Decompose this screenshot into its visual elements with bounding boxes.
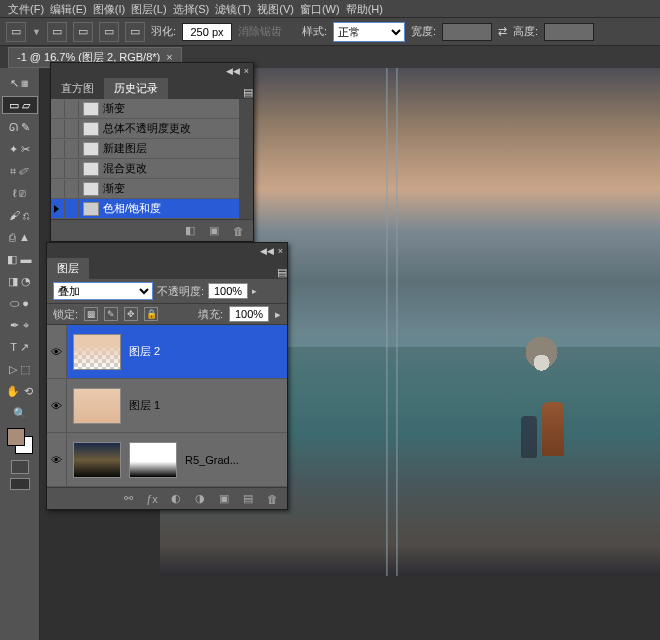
history-item[interactable]: 总体不透明度更改: [51, 119, 239, 139]
width-label: 宽度:: [411, 24, 436, 39]
adjustment-icon[interactable]: ◑: [193, 492, 207, 506]
tool-crop[interactable]: ⌗ ✐: [2, 162, 38, 180]
layer-name[interactable]: 图层 2: [129, 344, 160, 359]
tool-gradient[interactable]: ◨ ◔: [2, 272, 38, 290]
group-icon[interactable]: ▣: [217, 492, 231, 506]
menu-select[interactable]: 选择(S): [173, 2, 210, 15]
screenmode-icon[interactable]: [10, 478, 30, 490]
select-int-icon[interactable]: ▭: [125, 22, 145, 42]
panel-menu-icon[interactable]: ▤: [277, 266, 287, 279]
menu-image[interactable]: 图像(I): [93, 2, 125, 15]
panel-collapse-icon[interactable]: ◀◀: [226, 66, 240, 76]
tool-hand[interactable]: ✋ ⟲: [2, 382, 38, 400]
layer-row[interactable]: 👁 图层 2: [47, 325, 287, 379]
opacity-input[interactable]: [208, 283, 248, 299]
panel-close-icon[interactable]: ×: [278, 246, 283, 256]
tool-eraser[interactable]: ◧ ▬: [2, 250, 38, 268]
layer-thumb[interactable]: [73, 334, 121, 370]
opacity-label: 不透明度:: [157, 284, 204, 299]
tool-zoom[interactable]: 🔍: [11, 404, 29, 422]
layer-thumb[interactable]: [73, 388, 121, 424]
panel-menu-icon[interactable]: ▤: [243, 86, 253, 99]
tool-preset-chevron[interactable]: ▼: [32, 27, 41, 37]
fx-icon[interactable]: ƒx: [145, 492, 159, 506]
fg-color[interactable]: [7, 428, 25, 446]
select-add-icon[interactable]: ▭: [73, 22, 93, 42]
tool-pen[interactable]: ✒ ⌖: [2, 316, 38, 334]
quickmask-icon[interactable]: [11, 460, 29, 474]
photo-figure: [542, 402, 564, 456]
tab-history[interactable]: 历史记录: [104, 78, 168, 99]
lock-transparency-icon[interactable]: ▩: [84, 307, 98, 321]
height-input[interactable]: [544, 23, 594, 41]
tool-move[interactable]: ↖ ▦: [2, 74, 38, 92]
visibility-icon[interactable]: 👁: [47, 379, 67, 432]
history-panel[interactable]: ◀◀ × 直方图 历史记录 ▤ 渐变 总体不透明度更改 新建图层 混合更改 渐变…: [50, 62, 254, 242]
select-sub-icon[interactable]: ▭: [99, 22, 119, 42]
menu-view[interactable]: 视图(V): [257, 2, 294, 15]
panel-close-icon[interactable]: ×: [244, 66, 249, 76]
fill-chevron-icon[interactable]: ▸: [275, 308, 281, 321]
layer-name[interactable]: 图层 1: [129, 398, 160, 413]
menu-file[interactable]: 文件(F): [8, 2, 44, 15]
history-snapshot-icon[interactable]: ◧: [183, 224, 197, 238]
feather-input[interactable]: [182, 23, 232, 41]
trash-icon[interactable]: 🗑: [231, 224, 245, 238]
antialias-checkbox: 消除锯齿: [238, 24, 282, 39]
panel-collapse-icon[interactable]: ◀◀: [260, 246, 274, 256]
photo-figure2: [521, 416, 537, 458]
scrollbar[interactable]: [239, 99, 253, 219]
menu-edit[interactable]: 编辑(E): [50, 2, 87, 15]
history-new-icon[interactable]: ▣: [207, 224, 221, 238]
tool-brush[interactable]: 🖌 ⎌: [2, 206, 38, 224]
trash-icon[interactable]: 🗑: [265, 492, 279, 506]
layer-name[interactable]: R5_Grad...: [185, 454, 239, 466]
opacity-chevron-icon[interactable]: ▸: [252, 286, 257, 296]
tool-path[interactable]: ▷ ⬚: [2, 360, 38, 378]
tool-lasso[interactable]: ᘏ ✎: [2, 118, 38, 136]
history-item[interactable]: 渐变: [51, 179, 239, 199]
history-item[interactable]: 混合更改: [51, 159, 239, 179]
lock-pixels-icon[interactable]: ✎: [104, 307, 118, 321]
layer-mask-thumb[interactable]: [129, 442, 177, 478]
fill-input[interactable]: [229, 306, 269, 322]
layer-row[interactable]: 👁 图层 1: [47, 379, 287, 433]
new-layer-icon[interactable]: ▤: [241, 492, 255, 506]
menu-help[interactable]: 帮助(H): [346, 2, 383, 15]
history-item[interactable]: 色相/饱和度: [51, 199, 239, 219]
lock-label: 锁定:: [53, 307, 78, 322]
tool-eyedrop[interactable]: ℓ ⎚: [2, 184, 38, 202]
tab-layers[interactable]: 图层: [47, 258, 89, 279]
history-item[interactable]: 新建图层: [51, 139, 239, 159]
tool-stamp[interactable]: ⎙ ▲: [2, 228, 38, 246]
color-swatches[interactable]: [7, 428, 33, 454]
tab-histogram[interactable]: 直方图: [51, 78, 104, 99]
lock-all-icon[interactable]: 🔒: [144, 307, 158, 321]
height-label: 高度:: [513, 24, 538, 39]
tool-dodge[interactable]: ⬭ ●: [2, 294, 38, 312]
style-label: 样式:: [302, 24, 327, 39]
swap-icon[interactable]: ⇄: [498, 25, 507, 38]
layer-thumb[interactable]: [73, 442, 121, 478]
width-input[interactable]: [442, 23, 492, 41]
history-item[interactable]: 渐变: [51, 99, 239, 119]
current-tool-icon[interactable]: ▭: [6, 22, 26, 42]
blend-mode-select[interactable]: 叠加: [53, 282, 153, 300]
menu-bar: 文件(F) 编辑(E) 图像(I) 图层(L) 选择(S) 滤镜(T) 视图(V…: [0, 0, 660, 18]
options-bar: ▭ ▼ ▭ ▭ ▭ ▭ 羽化: 消除锯齿 样式: 正常 宽度: ⇄ 高度:: [0, 18, 660, 46]
layers-panel[interactable]: ◀◀ × 图层 ▤ 叠加 不透明度: ▸ 锁定: ▩ ✎ ✥ 🔒 填充: ▸ 👁…: [46, 242, 288, 510]
visibility-icon[interactable]: 👁: [47, 325, 67, 378]
lock-position-icon[interactable]: ✥: [124, 307, 138, 321]
menu-window[interactable]: 窗口(W): [300, 2, 340, 15]
tool-type[interactable]: T ↗: [2, 338, 38, 356]
menu-filter[interactable]: 滤镜(T): [215, 2, 251, 15]
tool-wand[interactable]: ✦ ✂: [2, 140, 38, 158]
menu-layer[interactable]: 图层(L): [131, 2, 166, 15]
visibility-icon[interactable]: 👁: [47, 433, 67, 486]
style-select[interactable]: 正常: [333, 22, 405, 42]
select-new-icon[interactable]: ▭: [47, 22, 67, 42]
mask-icon[interactable]: ◐: [169, 492, 183, 506]
link-icon[interactable]: ⚯: [121, 492, 135, 506]
layer-row[interactable]: 👁 R5_Grad...: [47, 433, 287, 487]
tool-marquee[interactable]: ▭ ▱: [2, 96, 38, 114]
